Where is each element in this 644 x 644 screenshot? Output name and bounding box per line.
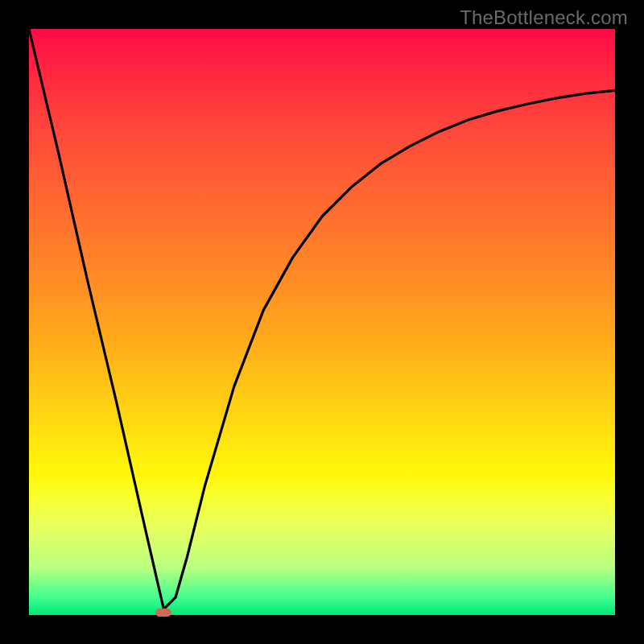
- optimal-marker: [155, 609, 171, 617]
- watermark-text: TheBottleneck.com: [460, 6, 628, 29]
- plot-area: [29, 29, 615, 615]
- curve-path: [29, 29, 615, 609]
- bottleneck-curve: [29, 29, 615, 615]
- chart-frame: TheBottleneck.com: [0, 0, 644, 644]
